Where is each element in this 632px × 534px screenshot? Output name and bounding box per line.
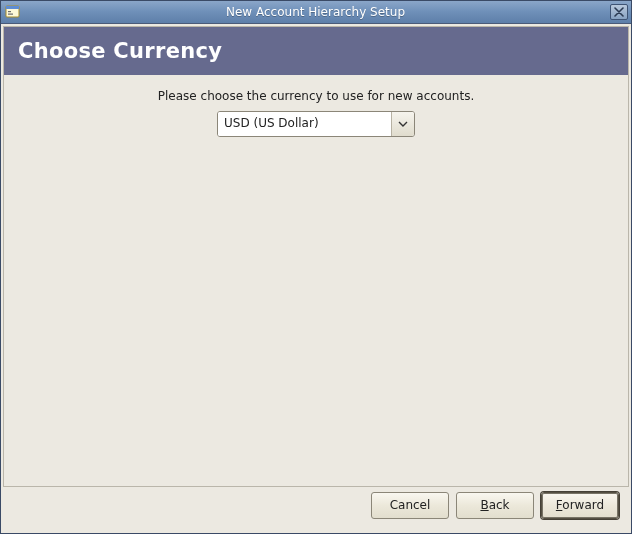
back-mnemonic: B [480, 498, 488, 512]
app-icon [5, 4, 21, 20]
window-close-button[interactable] [610, 4, 628, 20]
cancel-button[interactable]: Cancel [371, 492, 449, 519]
svg-rect-3 [8, 14, 13, 15]
back-button[interactable]: Back [456, 492, 534, 519]
wizard-panel: Choose Currency Please choose the curren… [3, 26, 629, 487]
forward-button[interactable]: Forward [541, 492, 619, 519]
wizard-button-row: Cancel Back Forward [3, 487, 629, 531]
svg-rect-1 [6, 6, 19, 9]
window-frame: New Account Hierarchy Setup Choose Curre… [0, 0, 632, 534]
titlebar[interactable]: New Account Hierarchy Setup [1, 1, 631, 24]
wizard-body: Please choose the currency to use for ne… [4, 75, 628, 486]
currency-selected-value: USD (US Dollar) [218, 112, 392, 136]
window-title: New Account Hierarchy Setup [25, 5, 610, 19]
forward-rest: orward [562, 498, 604, 512]
back-rest: ack [489, 498, 510, 512]
svg-rect-2 [8, 11, 11, 12]
close-icon [614, 7, 624, 17]
currency-dropdown-button[interactable] [392, 112, 414, 136]
chevron-down-icon [398, 119, 408, 129]
currency-combobox[interactable]: USD (US Dollar) [217, 111, 415, 137]
client-area: Choose Currency Please choose the curren… [1, 24, 631, 533]
page-title: Choose Currency [18, 39, 222, 63]
back-button-label: Back [480, 498, 509, 512]
instruction-text: Please choose the currency to use for ne… [158, 89, 474, 103]
cancel-button-label: Cancel [390, 498, 431, 512]
forward-button-label: Forward [556, 498, 604, 512]
wizard-header: Choose Currency [4, 27, 628, 75]
